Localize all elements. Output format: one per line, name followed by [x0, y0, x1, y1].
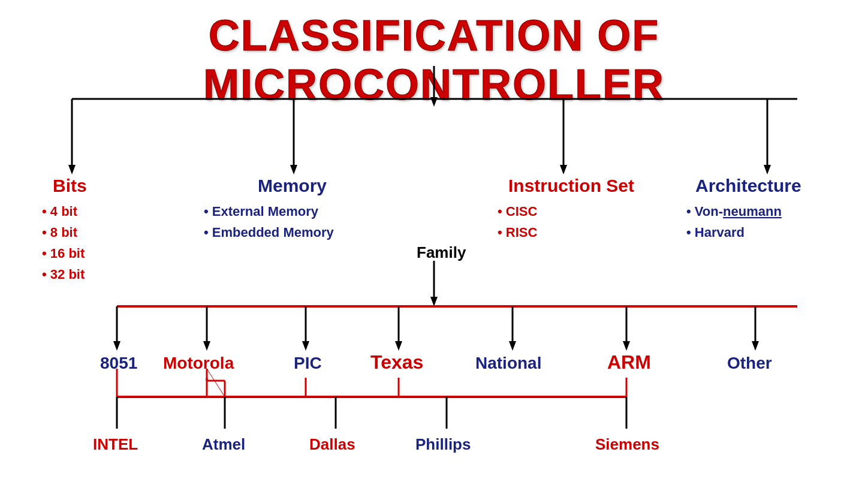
page: CLASSIFICATION OF MICROCONTROLLER Bits •… [0, 0, 868, 491]
family-pic: PIC [294, 354, 322, 372]
svg-marker-6 [290, 165, 297, 174]
arch-item-1: • Von-neumann [686, 204, 782, 219]
sub-dallas: Dallas [309, 435, 355, 453]
svg-marker-21 [395, 341, 402, 351]
instruction-label: Instruction Set [508, 176, 634, 195]
family-other: Other [727, 354, 772, 372]
arch-item-2: • Harvard [686, 225, 745, 240]
family-arm: ARM [607, 351, 651, 373]
svg-marker-27 [752, 341, 759, 351]
bits-item-2: • 8 bit [42, 225, 78, 240]
sub-phillips: Phillips [415, 435, 471, 453]
svg-marker-15 [113, 341, 120, 351]
bits-label: Bits [53, 176, 87, 195]
bits-item-4: • 32 bit [42, 267, 85, 282]
bits-item-1: • 4 bit [42, 204, 78, 219]
family-label: Family [417, 243, 466, 261]
instruction-item-2: • RISC [498, 225, 537, 240]
svg-marker-23 [509, 341, 516, 351]
instruction-item-1: • CISC [498, 204, 537, 219]
sub-siemens: Siemens [595, 435, 659, 453]
diagram: Bits • 4 bit • 8 bit • 16 bit • 32 bit M… [0, 66, 868, 491]
family-motorola: Motorola [163, 354, 234, 372]
memory-item-2: • Embedded Memory [204, 225, 334, 240]
svg-marker-10 [764, 165, 771, 174]
bits-item-3: • 16 bit [42, 246, 85, 261]
sub-intel: INTEL [93, 435, 138, 453]
memory-label: Memory [258, 176, 327, 195]
svg-marker-17 [203, 341, 210, 351]
sub-atmel: Atmel [202, 435, 245, 453]
svg-line-35 [207, 369, 225, 397]
svg-marker-25 [623, 341, 630, 351]
svg-marker-8 [560, 165, 567, 174]
svg-marker-12 [430, 297, 438, 306]
svg-marker-4 [68, 165, 76, 174]
family-8051: 8051 [100, 354, 137, 372]
family-national: National [475, 354, 541, 372]
architecture-label: Architecture [695, 176, 801, 195]
svg-marker-19 [302, 341, 309, 351]
memory-item-1: • External Memory [204, 204, 319, 219]
family-texas: Texas [370, 351, 423, 373]
